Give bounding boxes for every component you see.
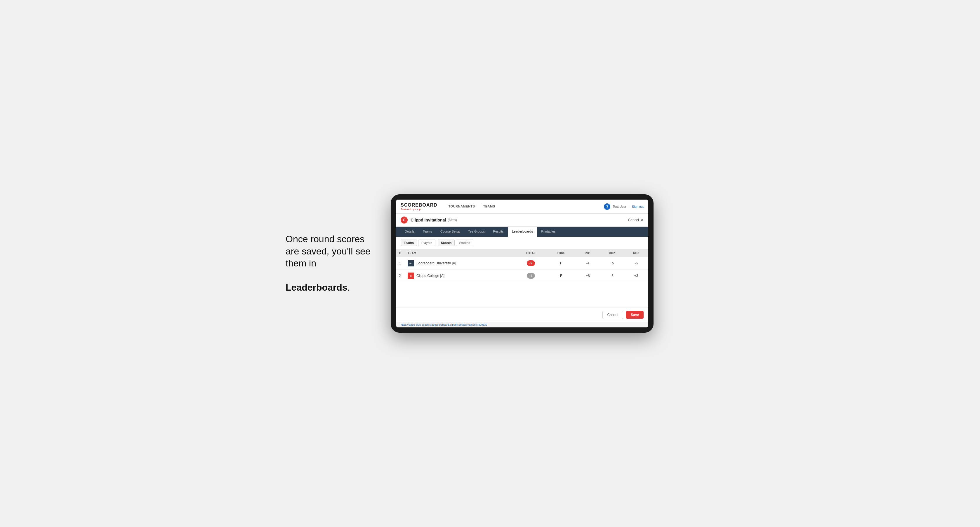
total-cell-2: +3 [515,270,547,282]
thru-cell-1: F [547,257,576,270]
tab-results[interactable]: Results [489,227,508,237]
score-badge-1: -5 [527,260,535,266]
rd2-cell-1: +5 [600,257,624,270]
tab-tee-groups[interactable]: Tee Groups [464,227,489,237]
tablet-frame: SCOREBOARD Powered by clippd TOURNAMENTS… [391,194,654,333]
logo-area: SCOREBOARD Powered by clippd [401,203,438,211]
table-row: 1 SU Scoreboard University [A] -5 F [396,257,648,270]
tab-details[interactable]: Details [401,227,419,237]
subtab-scores[interactable]: Scores [438,240,455,246]
rank-cell: 2 [396,270,405,282]
cancel-header-button[interactable]: Cancel ✕ [628,218,644,222]
logo-sub: Powered by clippd [401,208,438,211]
team-logo-1: SU [408,260,414,267]
tournament-gender: (Men) [448,218,457,222]
url-bar: https://stage-blue-coach.stagescoreboard… [396,322,648,327]
user-avatar: S [604,203,610,210]
score-badge-2: +3 [527,273,535,279]
col-team: TEAM [405,249,515,257]
cancel-button[interactable]: Cancel [603,311,623,319]
save-button[interactable]: Save [626,311,644,319]
subtab-players[interactable]: Players [418,240,435,246]
col-rank: # [396,249,405,257]
team-name-1: Scoreboard University [A] [417,261,456,265]
thru-cell-2: F [547,270,576,282]
logo-brand: clippd [415,208,422,211]
rd1-cell-1: -4 [576,257,600,270]
sidebar-description: Once round scores are saved, you'll see … [286,233,373,294]
tab-leaderboards[interactable]: Leaderboards [508,227,537,237]
tabs-bar: Details Teams Course Setup Tee Groups Re… [396,227,648,237]
col-rd3: RD3 [624,249,648,257]
team-cell: C Clippd College [A] [405,270,515,282]
sign-out-link[interactable]: Sign out [632,205,644,208]
col-rd1: RD1 [576,249,600,257]
subtab-teams[interactable]: Teams [401,240,417,246]
sub-tabs: Teams Players Scores Strokes [396,237,648,249]
tournament-icon: C [401,216,408,224]
separator: | [629,205,630,208]
top-nav: SCOREBOARD Powered by clippd TOURNAMENTS… [396,200,648,214]
tournament-header: C Clippd Invitational (Men) Cancel ✕ [396,214,648,227]
total-cell-1: -5 [515,257,547,270]
sidebar-text-bold: Leaderboards [286,282,347,293]
col-total: TOTAL [515,249,547,257]
tablet-screen: SCOREBOARD Powered by clippd TOURNAMENTS… [396,200,648,327]
team-logo-2: C [408,273,414,279]
rd3-cell-2: +3 [624,270,648,282]
table-row: 2 C Clippd College [A] +3 F [396,270,648,282]
table-body: 1 SU Scoreboard University [A] -5 F [396,257,648,282]
table-header: # TEAM TOTAL THRU RD1 RD2 RD3 [396,249,648,257]
tab-teams[interactable]: Teams [419,227,436,237]
col-rd2: RD2 [600,249,624,257]
subtab-strokes[interactable]: Strokes [456,240,473,246]
sidebar-text-line1: Once round scores are saved, you'll see … [286,234,371,268]
team-cell: SU Scoreboard University [A] [405,257,515,270]
tab-printables[interactable]: Printables [537,227,560,237]
tab-course-setup[interactable]: Course Setup [436,227,464,237]
nav-teams[interactable]: TEAMS [479,200,499,214]
rd2-cell-2: -8 [600,270,624,282]
rd3-cell-1: -6 [624,257,648,270]
nav-tournaments[interactable]: TOURNAMENTS [444,200,479,214]
tournament-name: Clippd Invitational [410,218,446,222]
nav-right: S Test User | Sign out [604,203,644,210]
rd1-cell-2: +8 [576,270,600,282]
team-name-2: Clippd College [A] [417,274,444,278]
nav-links: TOURNAMENTS TEAMS [444,200,604,214]
logo-text: SCOREBOARD [401,203,438,208]
app-footer: Cancel Save [396,308,648,322]
leaderboard-table-area: # TEAM TOTAL THRU RD1 RD2 RD3 1 [396,249,648,308]
rank-cell: 1 [396,257,405,270]
col-thru: THRU [547,249,576,257]
user-name: Test User [612,205,626,208]
leaderboard-table: # TEAM TOTAL THRU RD1 RD2 RD3 1 [396,249,648,282]
page-wrapper: Once round scores are saved, you'll see … [286,194,694,333]
